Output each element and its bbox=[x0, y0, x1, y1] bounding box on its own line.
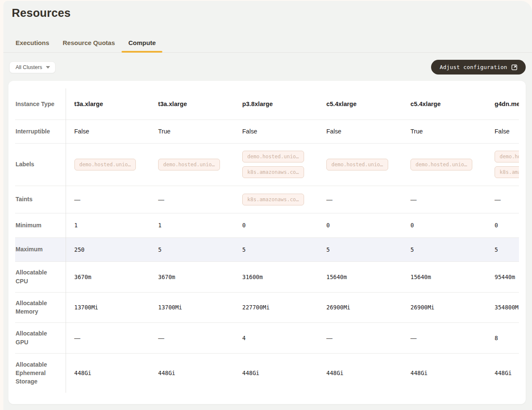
table-cell: 3670m bbox=[150, 261, 234, 292]
page-title: Resources bbox=[3, 1, 532, 20]
row-label: Allocatable CPU bbox=[15, 261, 66, 292]
table-cell: 8 bbox=[486, 322, 519, 353]
cluster-filter-label: All Clusters bbox=[16, 64, 42, 70]
row-label: Instance Type bbox=[15, 88, 66, 120]
cluster-filter-dropdown[interactable]: All Clusters bbox=[9, 61, 56, 73]
table-cell: — bbox=[150, 186, 234, 213]
resources-page: Resources Executions Resource Quotas Com… bbox=[3, 1, 532, 410]
label-chip: k8s.amazonaws.co… bbox=[242, 166, 304, 178]
row-label: Maximum bbox=[15, 237, 66, 261]
row-label: Allocatable Memory bbox=[15, 292, 66, 322]
row-label: Interruptible bbox=[15, 120, 66, 143]
filter-row: All Clusters Adjust configuration bbox=[3, 53, 532, 75]
table-cell: demo.hosted.unio… k8s.amazonaws.co… bbox=[486, 143, 519, 186]
table-cell: t3a.xlarge bbox=[150, 88, 234, 120]
table-cell: 0 bbox=[486, 213, 519, 237]
table-row-minimum: Minimum 1 1 0 0 0 0 bbox=[15, 213, 519, 237]
table-cell: 1 bbox=[150, 213, 234, 237]
table-cell: g4dn.metal bbox=[486, 88, 519, 120]
table-cell: 0 bbox=[234, 213, 318, 237]
table-cell: demo.hosted.unio… bbox=[402, 143, 486, 186]
table-cell: p3.8xlarge bbox=[234, 88, 318, 120]
table-cell: t3a.xlarge bbox=[66, 88, 150, 120]
label-chip: demo.hosted.unio… bbox=[158, 159, 220, 170]
row-label: Taints bbox=[15, 186, 66, 213]
table-cell: 5 bbox=[402, 237, 486, 261]
table-cell: False bbox=[234, 120, 318, 143]
label-chip-stack: demo.hosted.unio… k8s.amazonaws.co… bbox=[495, 151, 519, 178]
table-cell: 5 bbox=[486, 237, 519, 261]
table-row-instance-type: Instance Type t3a.xlarge t3a.xlarge p3.8… bbox=[15, 88, 519, 120]
row-label: Minimum bbox=[15, 213, 66, 237]
label-chip: demo.hosted.unio… bbox=[242, 151, 304, 162]
table-cell: 95440m bbox=[486, 261, 519, 292]
table-cell: demo.hosted.unio… bbox=[66, 143, 150, 186]
table-cell: demo.hosted.unio… bbox=[150, 143, 234, 186]
label-chip: demo.hosted.unio… bbox=[495, 151, 519, 162]
table-cell: False bbox=[486, 120, 519, 143]
table-row-labels: Labels demo.hosted.unio… demo.hosted.uni… bbox=[15, 143, 519, 186]
label-chip: demo.hosted.unio… bbox=[410, 159, 472, 170]
row-label: Allocatable GPU bbox=[15, 322, 66, 353]
table-cell: demo.hosted.unio… k8s.amazonaws.co… bbox=[234, 143, 318, 186]
table-cell: 0 bbox=[318, 213, 402, 237]
table-cell: demo.hosted.unio… bbox=[318, 143, 402, 186]
table-row-taints: Taints — — k8s.amazonaws.co… — — — bbox=[15, 186, 519, 213]
table-cell: — bbox=[150, 322, 234, 353]
table-cell: 26900Mi bbox=[318, 292, 402, 322]
table-cell: 13700Mi bbox=[66, 292, 150, 322]
external-link-icon bbox=[511, 64, 517, 70]
table-cell: 31600m bbox=[234, 261, 318, 292]
table-cell: True bbox=[402, 120, 486, 143]
tab-resource-quotas[interactable]: Resource Quotas bbox=[56, 35, 122, 52]
table-cell: 0 bbox=[402, 213, 486, 237]
table-cell: — bbox=[402, 186, 486, 213]
table-cell: 5 bbox=[234, 237, 318, 261]
table-cell: 448Gi bbox=[486, 353, 519, 393]
table-row-interruptible: Interruptible False True False False Tru… bbox=[15, 120, 519, 143]
compute-table-card: Instance Type t3a.xlarge t3a.xlarge p3.8… bbox=[8, 81, 526, 404]
table-row-allocatable-cpu: Allocatable CPU 3670m 3670m 31600m 15640… bbox=[15, 261, 519, 292]
table-cell: False bbox=[318, 120, 402, 143]
table-cell: 5 bbox=[150, 237, 234, 261]
table-cell: c5.4xlarge bbox=[402, 88, 486, 120]
table-row-allocatable-ephemeral-storage: Allocatable Ephemeral Storage 448Gi 448G… bbox=[15, 353, 519, 393]
table-cell: 250 bbox=[66, 237, 150, 261]
compute-table: Instance Type t3a.xlarge t3a.xlarge p3.8… bbox=[15, 88, 519, 393]
table-cell: 15640m bbox=[402, 261, 486, 292]
table-row-maximum: Maximum 250 5 5 5 5 5 bbox=[15, 237, 519, 261]
label-chip-stack: demo.hosted.unio… k8s.amazonaws.co… bbox=[242, 151, 314, 178]
table-cell: — bbox=[66, 322, 150, 353]
table-cell: False bbox=[66, 120, 150, 143]
tab-compute[interactable]: Compute bbox=[122, 35, 162, 52]
table-cell: — bbox=[66, 186, 150, 213]
table-cell: — bbox=[318, 322, 402, 353]
tab-executions[interactable]: Executions bbox=[9, 35, 56, 52]
table-cell: k8s.amazonaws.co… bbox=[234, 186, 318, 213]
label-chip: k8s.amazonaws.co… bbox=[495, 166, 519, 178]
row-label: Allocatable Ephemeral Storage bbox=[15, 353, 66, 393]
table-cell: 5 bbox=[318, 237, 402, 261]
table-row-allocatable-gpu: Allocatable GPU — — 4 — — 8 bbox=[15, 322, 519, 353]
table-cell: — bbox=[318, 186, 402, 213]
table-cell: 448Gi bbox=[318, 353, 402, 393]
label-chip: demo.hosted.unio… bbox=[326, 159, 388, 170]
label-chip: demo.hosted.unio… bbox=[74, 159, 136, 170]
adjust-configuration-button[interactable]: Adjust configuration bbox=[431, 60, 526, 75]
table-cell: 448Gi bbox=[234, 353, 318, 393]
table-cell: 26900Mi bbox=[402, 292, 486, 322]
tab-bar: Executions Resource Quotas Compute bbox=[3, 35, 532, 53]
table-scroll-area[interactable]: Instance Type t3a.xlarge t3a.xlarge p3.8… bbox=[15, 88, 519, 393]
table-cell: 1 bbox=[66, 213, 150, 237]
table-cell: 3670m bbox=[66, 261, 150, 292]
row-label: Labels bbox=[15, 143, 66, 186]
table-cell: 15640m bbox=[318, 261, 402, 292]
table-cell: 227700Mi bbox=[234, 292, 318, 322]
table-cell: 448Gi bbox=[150, 353, 234, 393]
table-cell: 448Gi bbox=[66, 353, 150, 393]
table-row-allocatable-memory: Allocatable Memory 13700Mi 13700Mi 22770… bbox=[15, 292, 519, 322]
table-cell: c5.4xlarge bbox=[318, 88, 402, 120]
table-cell: True bbox=[150, 120, 234, 143]
table-cell: — bbox=[402, 322, 486, 353]
table-cell: — bbox=[486, 186, 519, 213]
